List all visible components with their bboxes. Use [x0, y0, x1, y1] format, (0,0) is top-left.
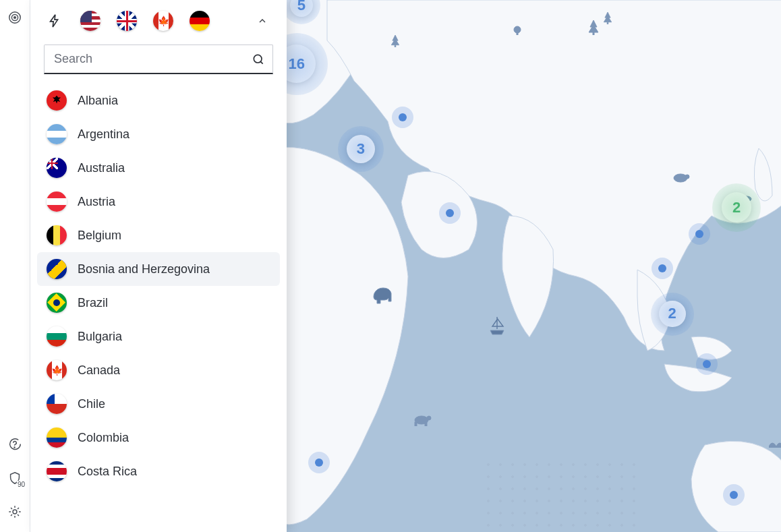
country-row-au[interactable]: Australia — [37, 151, 280, 185]
country-label: Brazil — [78, 296, 108, 310]
left-rail: 90 — [0, 0, 30, 532]
flag-cr-icon — [47, 461, 67, 481]
country-label: Bosnia and Herzegovina — [78, 262, 210, 276]
country-label: Costa Rica — [78, 465, 137, 479]
settings-icon[interactable] — [7, 504, 23, 520]
country-row-ar[interactable]: Argentina — [37, 117, 280, 151]
flag-at-icon — [47, 191, 67, 212]
map-pin[interactable] — [399, 113, 407, 121]
flag-br-icon — [47, 293, 67, 313]
country-label: Albania — [78, 94, 118, 108]
collapse-icon[interactable] — [253, 11, 272, 30]
country-label: Australia — [78, 161, 125, 175]
quick-connect-row — [30, 0, 287, 40]
map-cluster[interactable]: 16 — [287, 33, 328, 95]
flag-ar-icon — [47, 124, 67, 144]
country-row-at[interactable]: Austria — [37, 185, 280, 218]
country-row-ba[interactable]: Bosnia and Herzegovina — [37, 252, 280, 286]
target-icon[interactable] — [7, 9, 23, 26]
animal-icon — [671, 172, 690, 187]
map-cluster[interactable]: 2 — [712, 183, 761, 232]
search-box — [44, 45, 273, 74]
quick-flag-ca[interactable] — [153, 11, 173, 31]
country-label: Colombia — [78, 431, 129, 445]
tree-icon — [391, 35, 399, 50]
country-row-cl[interactable]: Chile — [37, 387, 280, 421]
map[interactable]: 516322 — [287, 0, 781, 532]
quick-flag-gb[interactable] — [117, 11, 137, 31]
map-pin[interactable] — [446, 209, 454, 217]
map-cluster[interactable]: 2 — [651, 293, 694, 336]
svg-point-4 — [13, 510, 17, 514]
flag-co-icon — [47, 427, 67, 448]
map-pin[interactable] — [730, 491, 738, 499]
map-pin[interactable] — [658, 264, 666, 272]
svg-rect-14 — [415, 422, 417, 426]
tree-icon — [513, 26, 522, 38]
country-row-cr[interactable]: Costa Rica — [37, 454, 280, 488]
country-row-br[interactable]: Brazil — [37, 286, 280, 320]
svg-rect-6 — [593, 32, 594, 35]
boat-icon — [489, 317, 505, 338]
map-cluster[interactable]: 3 — [338, 126, 384, 172]
animal-icon — [411, 413, 432, 429]
quick-flag-de[interactable] — [190, 11, 210, 31]
quick-connect-icon[interactable] — [45, 11, 64, 30]
svg-point-3 — [14, 447, 15, 448]
elephant-icon — [371, 287, 394, 307]
flag-au-icon — [47, 158, 67, 178]
flag-cl-icon — [47, 394, 67, 414]
country-row-ca[interactable]: Canada — [37, 353, 280, 387]
shield-badge: 90 — [17, 481, 26, 488]
flag-ba-icon — [47, 259, 67, 279]
svg-rect-7 — [607, 22, 608, 24]
search-input[interactable] — [44, 45, 273, 74]
flag-be-icon — [47, 225, 67, 245]
tree-icon — [589, 20, 598, 38]
svg-rect-8 — [395, 45, 396, 47]
country-row-be[interactable]: Belgium — [37, 218, 280, 252]
country-label: Argentina — [78, 127, 129, 142]
map-cluster[interactable]: 5 — [287, 0, 320, 24]
flag-bg-icon — [47, 326, 67, 347]
shield-icon[interactable]: 90 — [7, 470, 23, 486]
svg-point-12 — [685, 175, 689, 179]
svg-rect-15 — [425, 422, 427, 426]
country-list[interactable]: AlbaniaArgentinaAustraliaAustriaBelgiumB… — [30, 81, 287, 532]
country-panel: AlbaniaArgentinaAustraliaAustriaBelgiumB… — [30, 0, 287, 532]
map-pin[interactable] — [315, 459, 323, 467]
country-row-bg[interactable]: Bulgaria — [37, 320, 280, 353]
flag-al-icon — [47, 90, 67, 111]
country-row-al[interactable]: Albania — [37, 84, 280, 117]
map-pin[interactable] — [695, 230, 703, 238]
flag-ca-icon — [47, 360, 67, 380]
country-label: Bulgaria — [78, 330, 122, 344]
help-icon[interactable] — [7, 436, 23, 452]
country-label: Austria — [78, 195, 115, 209]
wave-icon — [769, 438, 781, 450]
country-row-co[interactable]: Colombia — [37, 421, 280, 454]
svg-point-11 — [674, 174, 687, 182]
tree-icon — [604, 12, 612, 27]
quick-flag-us[interactable] — [80, 11, 100, 31]
country-label: Belgium — [78, 229, 121, 243]
svg-point-2 — [14, 17, 16, 19]
world-map — [287, 0, 781, 532]
map-pin[interactable] — [703, 360, 711, 368]
country-label: Canada — [78, 363, 120, 378]
svg-rect-10 — [517, 32, 518, 35]
svg-point-16 — [427, 416, 431, 420]
country-label: Chile — [78, 397, 105, 411]
